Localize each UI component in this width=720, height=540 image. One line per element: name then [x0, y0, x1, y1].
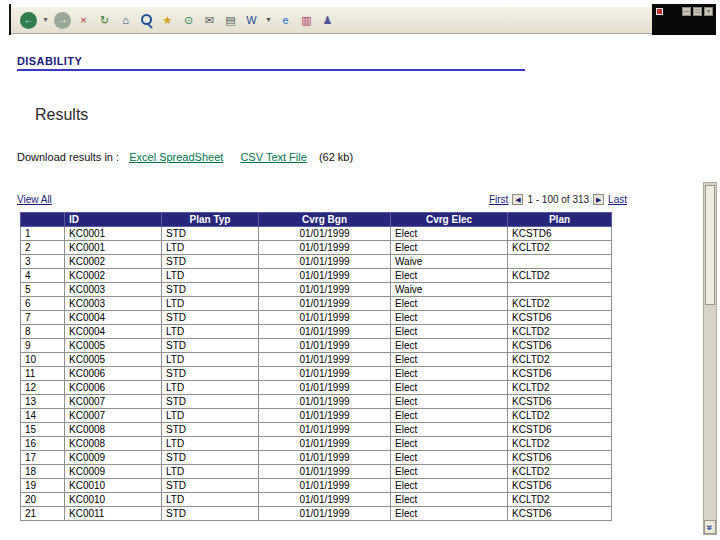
table-cell: KCLTD2: [508, 325, 612, 339]
results-table: IDPlan TypCvrg BgnCvrg ElecPlan 1KC0001S…: [20, 212, 612, 521]
table-cell: 20: [21, 493, 65, 507]
table-cell: LTD: [162, 437, 259, 451]
excel-download-link[interactable]: Excel SpreadSheet: [129, 151, 223, 163]
header-cell: [21, 213, 65, 227]
table-cell: 18: [21, 465, 65, 479]
table-cell: Elect: [391, 325, 508, 339]
last-page-link[interactable]: Last: [608, 194, 627, 205]
table-cell: 01/01/1999: [259, 479, 391, 493]
table-cell: KCSTD6: [508, 227, 612, 241]
table-cell: 8: [21, 325, 65, 339]
stop-icon[interactable]: ×: [75, 12, 92, 29]
header-cell: Plan: [508, 213, 612, 227]
favorites-icon[interactable]: ★: [159, 12, 176, 29]
refresh-icon[interactable]: ↻: [96, 12, 113, 29]
table-cell: STD: [162, 423, 259, 437]
table-cell: Elect: [391, 451, 508, 465]
table-cell: KCSTD6: [508, 395, 612, 409]
table-cell: 01/01/1999: [259, 227, 391, 241]
table-cell: KC0007: [65, 395, 162, 409]
print-icon[interactable]: ▤: [222, 12, 239, 29]
download-size-note: (62 kb): [319, 151, 353, 163]
forward-icon[interactable]: →: [54, 12, 71, 29]
view-all-link[interactable]: View All: [17, 194, 52, 205]
table-cell: 01/01/1999: [259, 255, 391, 269]
table-cell: STD: [162, 283, 259, 297]
table-cell: 01/01/1999: [259, 465, 391, 479]
table-cell: 16: [21, 437, 65, 451]
table-cell: KCSTD6: [508, 339, 612, 353]
back-dropdown-icon[interactable]: ▾: [41, 12, 50, 29]
table-cell: KC0006: [65, 381, 162, 395]
word-icon[interactable]: W: [243, 12, 260, 29]
table-cell: 10: [21, 353, 65, 367]
table-cell: KC0007: [65, 409, 162, 423]
table-row: 20KC0010LTD01/01/1999ElectKCLTD2: [21, 493, 612, 507]
close-button[interactable]: ×: [704, 7, 713, 16]
table-cell: 11: [21, 367, 65, 381]
table-row: 8KC0004LTD01/01/1999ElectKCLTD2: [21, 325, 612, 339]
table-cell: STD: [162, 367, 259, 381]
table-cell: Elect: [391, 395, 508, 409]
table-cell: Elect: [391, 297, 508, 311]
maximize-button[interactable]: □: [693, 7, 702, 16]
scrollbar-thumb[interactable]: [705, 185, 715, 305]
table-cell: KC0010: [65, 493, 162, 507]
csv-download-link[interactable]: CSV Text File: [240, 151, 306, 163]
scroll-down-button[interactable]: »: [704, 520, 716, 534]
table-cell: KC0006: [65, 367, 162, 381]
table-row: 21KC0011STD01/01/1999ElectKCSTD6: [21, 507, 612, 521]
table-cell: Elect: [391, 409, 508, 423]
table-cell: KC0001: [65, 227, 162, 241]
charts-icon[interactable]: ▥: [298, 12, 315, 29]
table-cell: KCSTD6: [508, 423, 612, 437]
mail-icon[interactable]: ✉: [201, 12, 218, 29]
table-row: 3KC0002STD01/01/1999Waive: [21, 255, 612, 269]
discuss-icon[interactable]: e: [277, 12, 294, 29]
table-cell: Elect: [391, 479, 508, 493]
table-row: 17KC0009STD01/01/1999ElectKCSTD6: [21, 451, 612, 465]
table-cell: STD: [162, 227, 259, 241]
table-cell: 14: [21, 409, 65, 423]
table-cell: 5: [21, 283, 65, 297]
next-page-button[interactable]: ▶: [593, 194, 604, 205]
home-icon[interactable]: ⌂: [117, 12, 134, 29]
table-cell: KC0009: [65, 465, 162, 479]
vertical-scrollbar[interactable]: »: [703, 182, 717, 535]
first-page-link[interactable]: First: [489, 194, 508, 205]
table-cell: Elect: [391, 493, 508, 507]
table-cell: KC0003: [65, 283, 162, 297]
table-cell: KCLTD2: [508, 465, 612, 479]
header-cell: ID: [65, 213, 162, 227]
table-cell: STD: [162, 479, 259, 493]
history-icon[interactable]: ⊙: [180, 12, 197, 29]
table-cell: 01/01/1999: [259, 381, 391, 395]
table-cell: KC0008: [65, 437, 162, 451]
table-cell: [508, 255, 612, 269]
table-cell: 19: [21, 479, 65, 493]
minimize-button[interactable]: —: [682, 7, 691, 16]
header-cell: Cvrg Elec: [391, 213, 508, 227]
table-cell: Waive: [391, 255, 508, 269]
table-row: 19KC0010STD01/01/1999ElectKCSTD6: [21, 479, 612, 493]
table-cell: STD: [162, 395, 259, 409]
header-row: IDPlan TypCvrg BgnCvrg ElecPlan: [21, 213, 612, 227]
table-cell: KCSTD6: [508, 479, 612, 493]
table-cell: 15: [21, 423, 65, 437]
table-cell: 01/01/1999: [259, 297, 391, 311]
grid-pager: View All First ◀ 1 - 100 of 313 ▶ Last: [17, 194, 627, 205]
back-icon[interactable]: ←: [20, 12, 37, 29]
table-cell: KCLTD2: [508, 409, 612, 423]
search-icon[interactable]: [138, 12, 155, 29]
table-row: 15KC0008STD01/01/1999ElectKCSTD6: [21, 423, 612, 437]
table-cell: 01/01/1999: [259, 507, 391, 521]
previous-page-button[interactable]: ◀: [512, 194, 523, 205]
table-row: 5KC0003STD01/01/1999Waive: [21, 283, 612, 297]
toolbar-dropdown-icon[interactable]: ▾: [264, 12, 273, 29]
window-controls: — □ ×: [682, 7, 713, 16]
people-icon[interactable]: ♟: [319, 12, 336, 29]
window-title-fragment: — □ ×: [652, 4, 716, 35]
table-cell: Elect: [391, 437, 508, 451]
table-cell: Elect: [391, 311, 508, 325]
table-row: 1KC0001STD01/01/1999ElectKCSTD6: [21, 227, 612, 241]
